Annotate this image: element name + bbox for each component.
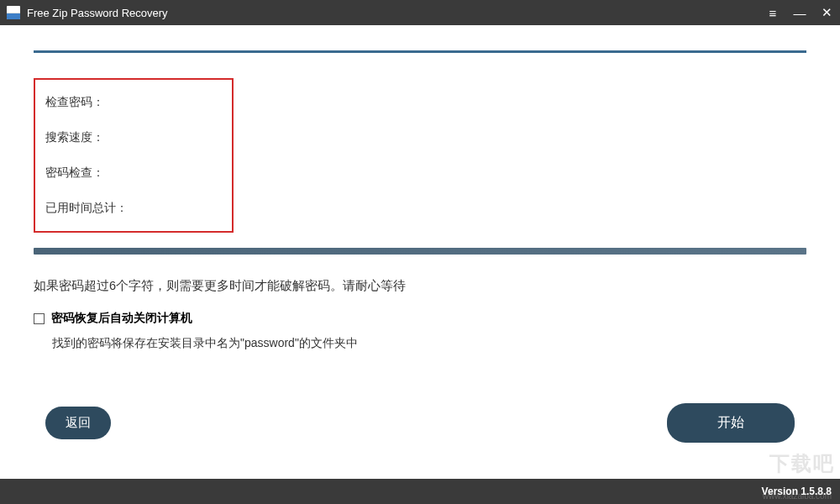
minimize-button[interactable]: — xyxy=(793,6,806,20)
top-divider xyxy=(34,50,806,53)
close-button[interactable]: ✕ xyxy=(820,5,833,20)
app-title: Free Zip Password Recovery xyxy=(27,7,766,19)
app-icon xyxy=(7,6,20,19)
buttons-row: 返回 开始 xyxy=(34,403,806,443)
titlebar: Free Zip Password Recovery ≡ — ✕ xyxy=(0,0,840,25)
search-speed-row: 搜索速度： xyxy=(45,130,222,145)
watermark-text: 下载吧 xyxy=(769,450,835,477)
footer-bar: Version 1.5.8.8 xyxy=(0,479,840,504)
shutdown-checkbox[interactable] xyxy=(34,313,45,324)
shutdown-checkbox-row: 密码恢复后自动关闭计算机 xyxy=(34,311,806,326)
check-password-row: 检查密码： xyxy=(45,95,222,110)
back-button[interactable]: 返回 xyxy=(45,407,111,439)
status-panel: 检查密码： 搜索速度： 密码检查： 已用时间总计： xyxy=(34,78,234,233)
titlebar-controls: ≡ — ✕ xyxy=(766,5,833,20)
hint-text: 如果密码超过6个字符，则需要更多时间才能破解密码。请耐心等待 xyxy=(34,278,806,294)
menu-icon[interactable]: ≡ xyxy=(766,6,780,20)
start-button[interactable]: 开始 xyxy=(667,403,795,443)
main-content: 检查密码： 搜索速度： 密码检查： 已用时间总计： 如果密码超过6个字符，则需要… xyxy=(0,25,840,443)
save-note: 找到的密码将保存在安装目录中名为"password"的文件夹中 xyxy=(52,336,806,351)
version-label: Version 1.5.8.8 xyxy=(762,486,832,497)
progress-bar xyxy=(34,248,806,255)
shutdown-checkbox-label: 密码恢复后自动关闭计算机 xyxy=(51,311,192,326)
password-check-row: 密码检查： xyxy=(45,165,222,181)
elapsed-time-row: 已用时间总计： xyxy=(45,201,222,216)
